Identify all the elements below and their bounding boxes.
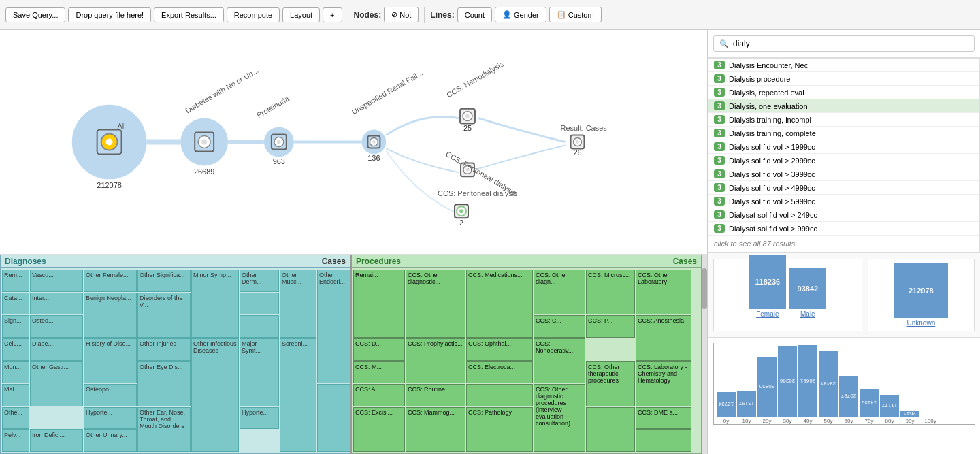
search-result-item[interactable]: 3Dialys sol fld vol > 3999cc — [708, 167, 979, 181]
proc-cell[interactable]: CCS: Anesthesia — [636, 315, 691, 360]
diag-cell[interactable]: Other Ear, Nose, Throat, and Mouth Disor… — [137, 407, 191, 452]
node-peritoneal2[interactable]: 2 CCS: Peritoneal dialysis — [438, 189, 518, 227]
node-results[interactable]: 26 Result: Cases — [561, 124, 608, 157]
proc-cell[interactable]: CCS: Excisi... — [353, 407, 405, 452]
diag-cell[interactable]: Other Urinary... — [84, 429, 137, 452]
proc-cell[interactable]: CCS: DME a... — [636, 407, 691, 429]
proc-cell[interactable]: CCS: M... — [353, 361, 405, 384]
proc-cell[interactable]: CCS: Ophthal... — [466, 338, 533, 361]
proc-cell[interactable] — [466, 384, 533, 406]
search-result-item[interactable]: 3Dialysis, one evaluation — [708, 99, 979, 113]
search-result-item[interactable]: 3Dialysis Encounter, Nec — [708, 59, 979, 72]
proc-cell[interactable]: CCS: C... — [534, 315, 585, 338]
diag-cell[interactable] — [240, 315, 279, 338]
proc-cell[interactable]: CCS: Laboratory - Chemistry and Hematolo… — [636, 361, 691, 406]
diag-cell[interactable]: Disorders of the V... — [137, 293, 191, 338]
diag-cell[interactable]: Other Musc... — [280, 270, 316, 338]
diag-cell[interactable]: Hyporte... — [240, 407, 279, 429]
search-result-item[interactable]: 3Dialysis procedure — [708, 72, 979, 86]
proc-cell[interactable]: CCS: D... — [353, 338, 405, 361]
diag-cell[interactable]: Vascu... — [30, 270, 83, 292]
proc-cell[interactable]: CCS: Other diagn... — [534, 270, 585, 314]
diag-cell[interactable]: Other Derm... — [240, 270, 279, 292]
diag-cell[interactable]: Other Endocri... — [317, 270, 350, 383]
proc-cell[interactable] — [586, 407, 635, 452]
scroll-thumb[interactable] — [702, 268, 707, 309]
diag-cell[interactable]: Iron Defici... — [30, 429, 83, 452]
proc-cell[interactable]: CCS: Mammog... — [406, 407, 466, 452]
proc-cell[interactable]: CCS: Nonoperativ... — [534, 338, 585, 383]
search-result-item[interactable]: 3Dialysat sol fld vol > 999cc — [708, 222, 979, 236]
diag-cell[interactable] — [240, 293, 279, 315]
proc-cell[interactable]: CCS: Other diagnostic... — [406, 270, 466, 338]
search-result-item[interactable]: 3Dialys sol fld vol > 2999cc — [708, 154, 979, 167]
diag-cell[interactable]: CelL... — [2, 338, 29, 361]
unknown-label[interactable]: Unknown — [907, 319, 936, 327]
not-button[interactable]: ⊘ Not — [384, 7, 419, 22]
male-label[interactable]: Male — [800, 310, 815, 318]
diag-cell[interactable] — [317, 384, 350, 452]
node-diabetes[interactable]: 26689 Diabetes with No or Un... — [180, 66, 259, 176]
diag-cell[interactable]: Other Infectious Diseases — [191, 338, 239, 452]
diag-cell[interactable]: Rem... — [2, 270, 29, 292]
node-unspecified[interactable]: 136 Unspecified Renal Fail... — [350, 69, 425, 163]
export-results-button[interactable]: Export Results... — [154, 7, 224, 22]
diag-cell[interactable]: Diabe... — [30, 338, 83, 361]
search-result-item[interactable]: 3Dialysat sol fld vol > 249cc — [708, 208, 979, 222]
proc-cell[interactable]: CCS: A... — [353, 384, 405, 406]
proc-cell[interactable]: CCS: P... — [586, 315, 635, 338]
proc-cell[interactable]: CCS: Routine... — [406, 384, 466, 406]
search-input[interactable] — [733, 39, 968, 48]
diag-cell[interactable]: Benign Neopla... — [84, 293, 137, 338]
diag-cell[interactable]: Othe... — [2, 407, 29, 429]
diag-cell[interactable]: Minor Symp... — [191, 270, 239, 338]
diag-cell[interactable]: Other Female... — [84, 270, 137, 292]
proc-cell[interactable]: CCS: Other therapeutic procedures — [586, 361, 635, 406]
diag-cell[interactable]: Other Eye Dis... — [137, 361, 191, 406]
diag-cell[interactable]: Major Symt... — [240, 338, 279, 406]
diag-cell[interactable]: Hyporte... — [84, 407, 137, 429]
diag-cell[interactable]: Cata... — [2, 293, 29, 315]
recompute-button[interactable]: Recompute — [227, 7, 280, 22]
proc-cell[interactable]: Remai... — [353, 270, 405, 338]
proc-cell[interactable]: CCS: Electroca... — [466, 361, 533, 384]
diag-cell[interactable]: Other Significa... — [137, 270, 191, 292]
scrollbar[interactable] — [702, 255, 707, 454]
proc-cell[interactable]: CCS: Other diagnostic procedures (interv… — [534, 384, 585, 452]
drop-query-button[interactable]: Drop query file here! — [68, 7, 151, 22]
diag-cell[interactable]: History of Dise... — [84, 338, 137, 383]
save-query-button[interactable]: Save Query... — [5, 7, 65, 22]
diag-cell[interactable]: Pelv... — [2, 429, 29, 452]
search-result-item[interactable]: 3Dialysis training, incompl — [708, 113, 979, 127]
search-result-item[interactable]: 3Dialysis training, complete — [708, 127, 979, 140]
search-result-item[interactable]: 3Dialys sol fld vol > 1999cc — [708, 140, 979, 154]
node-hemodialysis[interactable]: 25 CCS: Hemodialysis — [445, 60, 505, 132]
layout-button[interactable]: Layout — [282, 7, 320, 22]
proc-cell[interactable]: CCS: Medications... — [466, 270, 533, 338]
node-proteinuria[interactable]: 963 Proteinuria — [255, 94, 294, 165]
gender-button[interactable]: 👤 Gender — [495, 7, 546, 22]
custom-button[interactable]: 📋 Custom — [549, 7, 602, 22]
proc-cell[interactable]: CCS: Pathology — [466, 407, 533, 452]
diag-cell[interactable]: Screeni... — [280, 338, 316, 452]
search-result-item[interactable]: 3Dialysis, repeated eval — [708, 86, 979, 99]
female-label[interactable]: Female — [756, 310, 779, 318]
diag-cell[interactable]: Other Injuries — [137, 338, 191, 361]
add-button[interactable]: + — [323, 7, 342, 22]
diag-cell[interactable]: Sign... — [2, 315, 29, 338]
proc-cell[interactable] — [636, 429, 691, 452]
count-button[interactable]: Count — [457, 7, 492, 22]
node-all[interactable]: 212078 All — [72, 105, 147, 190]
diag-cell[interactable]: Other Gastr... — [30, 361, 83, 406]
diag-cell[interactable]: Mal... — [2, 384, 29, 406]
proc-cell[interactable]: CCS: Other Laboratory — [636, 270, 691, 314]
diag-cell[interactable]: Osteo... — [30, 315, 83, 338]
diag-cell[interactable]: Inter... — [30, 293, 83, 315]
proc-cell[interactable]: CCS: Prophylactic... — [406, 338, 466, 383]
diag-cell[interactable]: Osteopo... — [84, 384, 137, 406]
see-all-results[interactable]: click to see all 87 results... — [708, 236, 979, 252]
diag-cell[interactable]: Mon... — [2, 361, 29, 384]
proc-cell[interactable]: CCS: Microsc... — [586, 270, 635, 314]
search-result-item[interactable]: 3Dialys sol fld vol > 5999cc — [708, 195, 979, 208]
search-result-item[interactable]: 3Dialys sol fld vol > 4999cc — [708, 181, 979, 195]
